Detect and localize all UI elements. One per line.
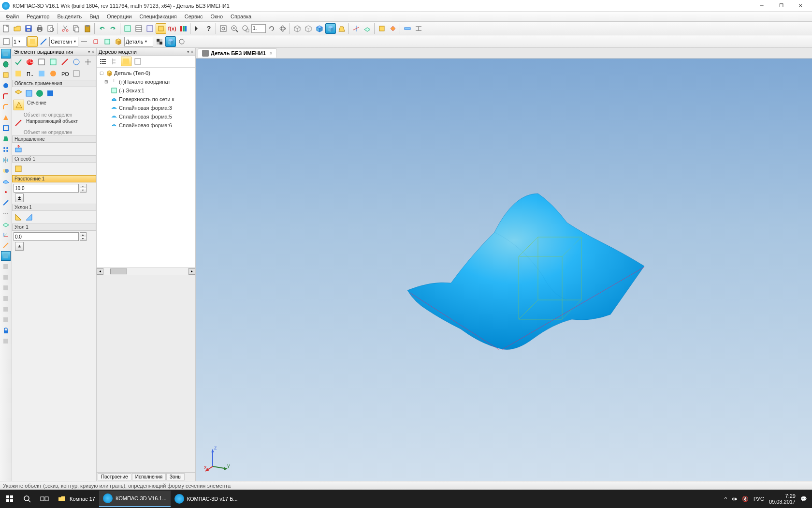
lv-point-icon[interactable] xyxy=(1,187,11,197)
angle-plus[interactable]: ± xyxy=(15,242,24,251)
highlight-icon[interactable] xyxy=(156,23,166,34)
tb2-icon3[interactable] xyxy=(79,36,89,47)
wireframe-icon[interactable] xyxy=(292,23,303,34)
vars-icon[interactable] xyxy=(145,23,155,34)
start-button[interactable] xyxy=(1,491,18,507)
hidden-icon[interactable] xyxy=(303,23,314,34)
menu-view[interactable]: Вид xyxy=(86,13,103,20)
scope-icon3[interactable] xyxy=(35,89,44,98)
scope-icon1[interactable] xyxy=(14,89,23,98)
pt-icon7[interactable] xyxy=(83,57,93,67)
doc-close-icon[interactable]: × xyxy=(270,51,273,56)
persp-icon[interactable] xyxy=(336,23,347,34)
minimize-button[interactable]: ─ xyxy=(752,0,771,11)
tb2-icon5[interactable] xyxy=(102,36,113,47)
doc-tab-active[interactable]: Деталь БЕЗ ИМЕНИ1 × xyxy=(198,48,277,58)
pt-icon4[interactable] xyxy=(48,57,58,67)
pt-ok-icon[interactable] xyxy=(13,57,24,67)
tray-lang[interactable]: РУС xyxy=(754,496,764,502)
menu-editor[interactable]: Редактор xyxy=(23,13,53,20)
slope-icon2[interactable] xyxy=(24,212,34,222)
pt-icon11[interactable] xyxy=(48,68,58,79)
grid-icon[interactable] xyxy=(122,23,133,34)
pt-icon13[interactable] xyxy=(71,68,82,79)
lv-more1[interactable] xyxy=(1,262,11,271)
lv-draft-icon[interactable] xyxy=(1,134,11,144)
tray-clock[interactable]: 7:29 09.03.2017 xyxy=(769,493,796,505)
tree-close-icon[interactable]: ▾ × xyxy=(187,49,193,54)
tree-item-origin[interactable]: ⊞└(т)Начало координат xyxy=(98,77,194,86)
lv-more6[interactable] xyxy=(1,315,11,325)
shade-edge-icon[interactable] xyxy=(314,23,325,34)
tray-notif-icon[interactable]: 💬 xyxy=(800,496,807,502)
scope-icon2[interactable] xyxy=(24,89,34,98)
lv-axis-icon[interactable] xyxy=(1,209,11,218)
menu-service[interactable]: Сервис xyxy=(181,13,207,20)
taskview-button[interactable] xyxy=(36,491,53,507)
tt-icon2[interactable] xyxy=(109,57,120,66)
zoom-fit-icon[interactable] xyxy=(218,23,229,34)
tree-item-sketch[interactable]: (-) Эскиз:1 xyxy=(98,86,194,95)
distance-plus[interactable]: ± xyxy=(15,194,24,202)
preview-icon[interactable] xyxy=(45,23,56,34)
lv-surface-icon[interactable] xyxy=(1,177,11,186)
tt-icon1[interactable] xyxy=(98,57,108,66)
lv-hole-icon[interactable] xyxy=(1,81,11,90)
lv-revolve-icon[interactable] xyxy=(1,60,11,69)
method-icon[interactable] xyxy=(14,164,23,174)
plane-icon[interactable] xyxy=(362,23,373,34)
tb2-icon6[interactable] xyxy=(113,36,124,47)
pt-icon5[interactable] xyxy=(59,57,70,67)
pt-icon9[interactable]: П.. xyxy=(25,68,35,79)
lv-more2[interactable] xyxy=(1,272,11,282)
tt-icon4[interactable] xyxy=(132,57,143,66)
prop-pin-icon[interactable]: ▾ × xyxy=(88,49,94,54)
angle-input[interactable] xyxy=(14,232,79,241)
undo-icon[interactable] xyxy=(97,23,107,34)
maximize-button[interactable]: ❐ xyxy=(771,0,791,11)
lv-chamfer-icon[interactable] xyxy=(1,102,11,112)
lv-rib-icon[interactable] xyxy=(1,113,11,122)
paste-icon[interactable] xyxy=(82,23,93,34)
lv-boolean-icon[interactable] xyxy=(1,166,11,176)
tb2-icon4[interactable] xyxy=(90,36,101,47)
lv-mirror-icon[interactable] xyxy=(1,155,11,165)
pt-icon8[interactable] xyxy=(13,68,24,79)
angle-spinner[interactable]: ▴▾ xyxy=(80,232,87,241)
new-icon[interactable] xyxy=(1,23,12,34)
lib-icon[interactable] xyxy=(178,23,188,34)
lv-plane-icon[interactable] xyxy=(1,219,11,229)
menu-select[interactable]: Выделить xyxy=(53,13,86,20)
open-icon[interactable] xyxy=(12,23,23,34)
save-icon[interactable] xyxy=(23,23,34,34)
menu-window[interactable]: Окно xyxy=(206,13,227,20)
tab-zones[interactable]: Зоны xyxy=(166,473,185,480)
tray-battery-icon[interactable]: 🕪 xyxy=(732,496,737,502)
fx-icon[interactable]: f(x) xyxy=(167,23,177,34)
lv-more5[interactable] xyxy=(1,304,11,314)
copy-icon[interactable] xyxy=(71,23,82,34)
scope-icon4[interactable] xyxy=(45,89,55,98)
lv-more4[interactable] xyxy=(1,294,11,303)
orbit-icon[interactable] xyxy=(277,23,288,34)
pt-stop-icon[interactable]: STOP xyxy=(25,57,35,67)
help-icon[interactable]: ? xyxy=(203,23,214,34)
sec-triangle-icon[interactable] xyxy=(14,100,24,110)
tray-volume-icon[interactable]: 🔇 xyxy=(742,496,749,502)
menu-spec[interactable]: Спецификация xyxy=(136,13,181,20)
measure1-icon[interactable] xyxy=(402,23,413,34)
axis-icon[interactable] xyxy=(351,23,362,34)
slope-icon1[interactable] xyxy=(14,212,23,222)
tb-app2[interactable]: КОМПАС-3D v17 Б... xyxy=(171,491,242,507)
search-button[interactable] xyxy=(18,491,36,507)
part-combo[interactable]: Деталь▾ xyxy=(124,37,153,46)
arrow-icon[interactable] xyxy=(192,23,203,34)
number-combo[interactable]: 1▾ xyxy=(12,37,27,46)
menu-file[interactable]: Файл xyxy=(2,13,23,20)
zoom-input[interactable] xyxy=(251,24,266,33)
lv-fillet-icon[interactable] xyxy=(1,91,11,101)
tree-item-spline2[interactable]: Сплайновая форма:5 xyxy=(98,112,194,121)
redo-icon[interactable] xyxy=(108,23,118,34)
tree-item-spline3[interactable]: Сплайновая форма:6 xyxy=(98,121,194,130)
lv-shell-icon[interactable] xyxy=(1,123,11,133)
